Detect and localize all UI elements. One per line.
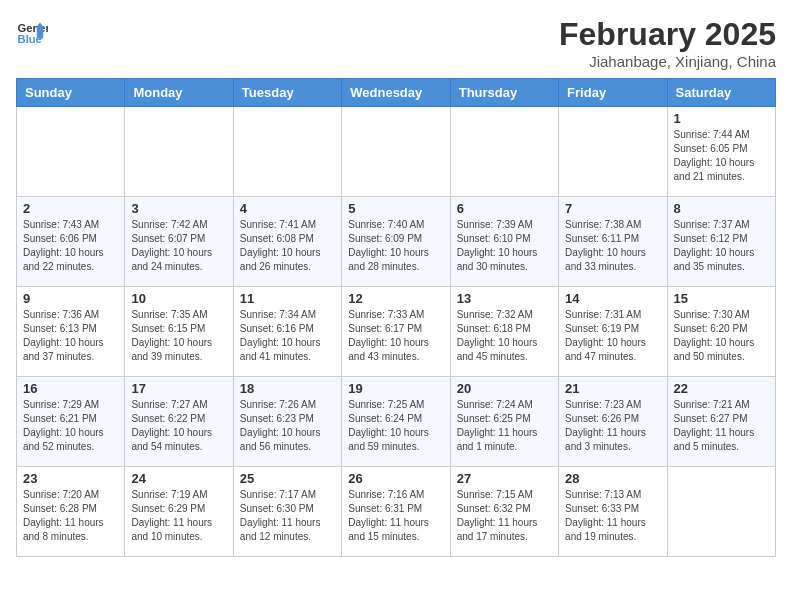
day-number: 10: [131, 291, 226, 306]
day-info: Sunrise: 7:23 AM Sunset: 6:26 PM Dayligh…: [565, 398, 660, 454]
day-cell: 12Sunrise: 7:33 AM Sunset: 6:17 PM Dayli…: [342, 287, 450, 377]
day-number: 18: [240, 381, 335, 396]
day-number: 14: [565, 291, 660, 306]
day-cell: 11Sunrise: 7:34 AM Sunset: 6:16 PM Dayli…: [233, 287, 341, 377]
day-info: Sunrise: 7:29 AM Sunset: 6:21 PM Dayligh…: [23, 398, 118, 454]
day-cell: 1Sunrise: 7:44 AM Sunset: 6:05 PM Daylig…: [667, 107, 775, 197]
day-info: Sunrise: 7:27 AM Sunset: 6:22 PM Dayligh…: [131, 398, 226, 454]
day-cell: 23Sunrise: 7:20 AM Sunset: 6:28 PM Dayli…: [17, 467, 125, 557]
day-info: Sunrise: 7:17 AM Sunset: 6:30 PM Dayligh…: [240, 488, 335, 544]
day-number: 22: [674, 381, 769, 396]
day-info: Sunrise: 7:26 AM Sunset: 6:23 PM Dayligh…: [240, 398, 335, 454]
weekday-header-monday: Monday: [125, 79, 233, 107]
weekday-header-thursday: Thursday: [450, 79, 558, 107]
day-number: 12: [348, 291, 443, 306]
day-cell: [667, 467, 775, 557]
day-number: 3: [131, 201, 226, 216]
day-number: 24: [131, 471, 226, 486]
day-info: Sunrise: 7:41 AM Sunset: 6:08 PM Dayligh…: [240, 218, 335, 274]
logo-icon: General Blue: [16, 16, 48, 48]
day-number: 23: [23, 471, 118, 486]
location: Jiahanbage, Xinjiang, China: [559, 53, 776, 70]
day-number: 21: [565, 381, 660, 396]
day-number: 8: [674, 201, 769, 216]
month-title: February 2025: [559, 16, 776, 53]
weekday-header-sunday: Sunday: [17, 79, 125, 107]
day-number: 19: [348, 381, 443, 396]
day-number: 9: [23, 291, 118, 306]
day-cell: 8Sunrise: 7:37 AM Sunset: 6:12 PM Daylig…: [667, 197, 775, 287]
day-info: Sunrise: 7:32 AM Sunset: 6:18 PM Dayligh…: [457, 308, 552, 364]
day-cell: 24Sunrise: 7:19 AM Sunset: 6:29 PM Dayli…: [125, 467, 233, 557]
day-cell: 27Sunrise: 7:15 AM Sunset: 6:32 PM Dayli…: [450, 467, 558, 557]
day-number: 17: [131, 381, 226, 396]
day-number: 27: [457, 471, 552, 486]
day-number: 6: [457, 201, 552, 216]
day-number: 25: [240, 471, 335, 486]
day-info: Sunrise: 7:39 AM Sunset: 6:10 PM Dayligh…: [457, 218, 552, 274]
day-number: 7: [565, 201, 660, 216]
day-info: Sunrise: 7:16 AM Sunset: 6:31 PM Dayligh…: [348, 488, 443, 544]
day-info: Sunrise: 7:42 AM Sunset: 6:07 PM Dayligh…: [131, 218, 226, 274]
day-cell: 25Sunrise: 7:17 AM Sunset: 6:30 PM Dayli…: [233, 467, 341, 557]
day-info: Sunrise: 7:24 AM Sunset: 6:25 PM Dayligh…: [457, 398, 552, 454]
day-info: Sunrise: 7:35 AM Sunset: 6:15 PM Dayligh…: [131, 308, 226, 364]
day-number: 28: [565, 471, 660, 486]
day-info: Sunrise: 7:43 AM Sunset: 6:06 PM Dayligh…: [23, 218, 118, 274]
day-cell: 13Sunrise: 7:32 AM Sunset: 6:18 PM Dayli…: [450, 287, 558, 377]
week-row-4: 16Sunrise: 7:29 AM Sunset: 6:21 PM Dayli…: [17, 377, 776, 467]
day-info: Sunrise: 7:13 AM Sunset: 6:33 PM Dayligh…: [565, 488, 660, 544]
weekday-header-wednesday: Wednesday: [342, 79, 450, 107]
day-cell: 22Sunrise: 7:21 AM Sunset: 6:27 PM Dayli…: [667, 377, 775, 467]
day-cell: [450, 107, 558, 197]
day-cell: 21Sunrise: 7:23 AM Sunset: 6:26 PM Dayli…: [559, 377, 667, 467]
day-info: Sunrise: 7:36 AM Sunset: 6:13 PM Dayligh…: [23, 308, 118, 364]
week-row-2: 2Sunrise: 7:43 AM Sunset: 6:06 PM Daylig…: [17, 197, 776, 287]
day-info: Sunrise: 7:38 AM Sunset: 6:11 PM Dayligh…: [565, 218, 660, 274]
day-number: 11: [240, 291, 335, 306]
title-block: February 2025 Jiahanbage, Xinjiang, Chin…: [559, 16, 776, 70]
weekday-header-tuesday: Tuesday: [233, 79, 341, 107]
weekday-header-row: SundayMondayTuesdayWednesdayThursdayFrid…: [17, 79, 776, 107]
day-number: 13: [457, 291, 552, 306]
day-number: 1: [674, 111, 769, 126]
svg-text:General: General: [18, 22, 48, 34]
day-cell: 4Sunrise: 7:41 AM Sunset: 6:08 PM Daylig…: [233, 197, 341, 287]
day-cell: 10Sunrise: 7:35 AM Sunset: 6:15 PM Dayli…: [125, 287, 233, 377]
day-number: 4: [240, 201, 335, 216]
day-info: Sunrise: 7:40 AM Sunset: 6:09 PM Dayligh…: [348, 218, 443, 274]
day-number: 20: [457, 381, 552, 396]
logo: General Blue: [16, 16, 48, 48]
page-header: General Blue February 2025 Jiahanbage, X…: [16, 16, 776, 70]
day-cell: 15Sunrise: 7:30 AM Sunset: 6:20 PM Dayli…: [667, 287, 775, 377]
day-info: Sunrise: 7:44 AM Sunset: 6:05 PM Dayligh…: [674, 128, 769, 184]
day-info: Sunrise: 7:33 AM Sunset: 6:17 PM Dayligh…: [348, 308, 443, 364]
day-cell: 26Sunrise: 7:16 AM Sunset: 6:31 PM Dayli…: [342, 467, 450, 557]
week-row-5: 23Sunrise: 7:20 AM Sunset: 6:28 PM Dayli…: [17, 467, 776, 557]
day-cell: 19Sunrise: 7:25 AM Sunset: 6:24 PM Dayli…: [342, 377, 450, 467]
day-info: Sunrise: 7:31 AM Sunset: 6:19 PM Dayligh…: [565, 308, 660, 364]
day-cell: 28Sunrise: 7:13 AM Sunset: 6:33 PM Dayli…: [559, 467, 667, 557]
day-info: Sunrise: 7:19 AM Sunset: 6:29 PM Dayligh…: [131, 488, 226, 544]
day-number: 15: [674, 291, 769, 306]
day-number: 2: [23, 201, 118, 216]
day-cell: 20Sunrise: 7:24 AM Sunset: 6:25 PM Dayli…: [450, 377, 558, 467]
day-cell: 18Sunrise: 7:26 AM Sunset: 6:23 PM Dayli…: [233, 377, 341, 467]
day-cell: [17, 107, 125, 197]
day-cell: 14Sunrise: 7:31 AM Sunset: 6:19 PM Dayli…: [559, 287, 667, 377]
day-cell: [342, 107, 450, 197]
day-number: 26: [348, 471, 443, 486]
day-info: Sunrise: 7:34 AM Sunset: 6:16 PM Dayligh…: [240, 308, 335, 364]
day-info: Sunrise: 7:15 AM Sunset: 6:32 PM Dayligh…: [457, 488, 552, 544]
weekday-header-saturday: Saturday: [667, 79, 775, 107]
day-cell: 7Sunrise: 7:38 AM Sunset: 6:11 PM Daylig…: [559, 197, 667, 287]
week-row-3: 9Sunrise: 7:36 AM Sunset: 6:13 PM Daylig…: [17, 287, 776, 377]
day-cell: 17Sunrise: 7:27 AM Sunset: 6:22 PM Dayli…: [125, 377, 233, 467]
day-cell: 2Sunrise: 7:43 AM Sunset: 6:06 PM Daylig…: [17, 197, 125, 287]
weekday-header-friday: Friday: [559, 79, 667, 107]
day-number: 5: [348, 201, 443, 216]
day-info: Sunrise: 7:25 AM Sunset: 6:24 PM Dayligh…: [348, 398, 443, 454]
week-row-1: 1Sunrise: 7:44 AM Sunset: 6:05 PM Daylig…: [17, 107, 776, 197]
day-cell: 6Sunrise: 7:39 AM Sunset: 6:10 PM Daylig…: [450, 197, 558, 287]
day-cell: 3Sunrise: 7:42 AM Sunset: 6:07 PM Daylig…: [125, 197, 233, 287]
